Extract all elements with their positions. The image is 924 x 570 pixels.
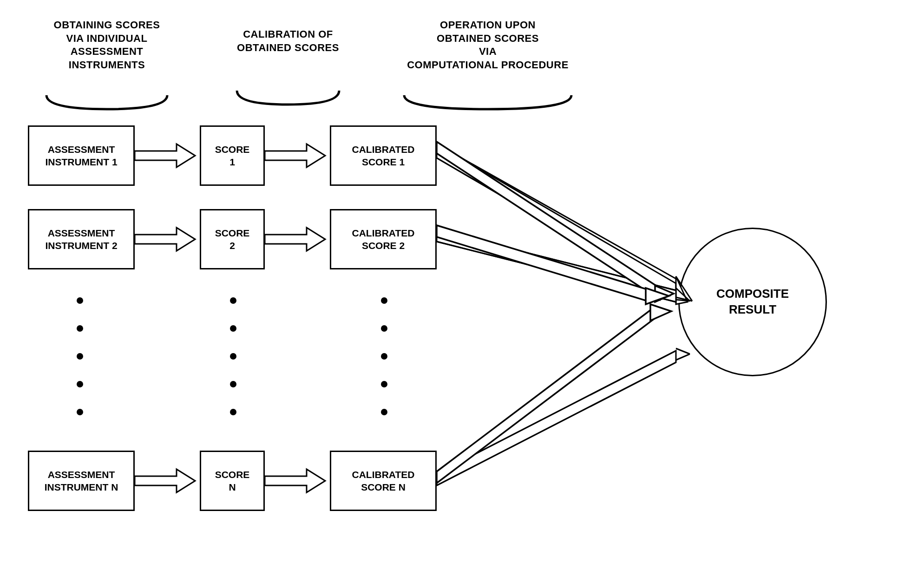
svg-marker-23 [437,142,660,300]
circle-composite: COMPOSITERESULT [678,228,827,376]
dot-col1-4 [77,381,83,387]
dot-col1-5 [77,409,83,415]
dot-col3-4 [381,381,387,387]
dot-col2-1 [230,297,236,304]
svg-marker-1 [265,144,325,167]
box-s1: SCORE1 [200,125,265,186]
svg-marker-24 [655,286,674,302]
svg-line-22 [676,354,690,360]
arrow-ai1-s1 [135,142,200,170]
diagram: OBTAINING SCORESVIA INDIVIDUALASSESSMENT… [0,0,924,570]
svg-marker-25 [437,225,650,302]
box-ai1: ASSESSMENTINSTRUMENT 1 [28,125,135,186]
box-s2: SCORE2 [200,209,265,269]
svg-marker-3 [265,228,325,251]
svg-marker-2 [135,228,195,251]
svg-line-10 [437,158,676,297]
svg-marker-7 [437,144,676,297]
svg-line-14 [437,230,676,290]
brace-col1 [42,91,172,114]
header-col2: CALIBRATION OFOBTAINED SCORES [232,28,344,54]
brace-col2 [232,86,344,109]
dot-col2-5 [230,409,236,415]
header-col1: OBTAINING SCORESVIA INDIVIDUALASSESSMENT… [42,19,172,72]
svg-line-20 [437,362,676,485]
dot-col3-2 [381,325,387,332]
arrow-sn-csn [265,467,330,495]
svg-marker-5 [265,469,325,492]
box-cs2: CALIBRATEDSCORE 2 [330,209,437,269]
svg-line-21 [676,348,690,354]
svg-marker-13 [437,230,676,302]
svg-line-9 [437,144,676,279]
dot-col1-2 [77,325,83,332]
dot-col1-1 [77,297,83,304]
svg-line-15 [437,242,676,302]
dot-col3-3 [381,353,387,360]
svg-marker-18 [437,351,676,485]
dot-col3-5 [381,409,387,415]
svg-marker-28 [650,304,671,321]
arrow-ai2-s2 [135,225,200,253]
svg-marker-26 [646,288,669,304]
svg-marker-27 [437,307,655,483]
dot-col1-3 [77,353,83,360]
brace-col3 [400,91,576,114]
box-sn: SCOREN [200,451,265,511]
dot-col2-4 [230,381,236,387]
box-cs1: CALIBRATEDSCORE 1 [330,125,437,186]
box-ai2: ASSESSMENTINSTRUMENT 2 [28,209,135,269]
dot-col2-2 [230,325,236,332]
box-ain: ASSESSMENTINSTRUMENT N [28,451,135,511]
header-col3: OPERATION UPONOBTAINED SCORESVIACOMPUTAT… [400,19,576,72]
dot-col3-1 [381,297,387,304]
dot-col2-3 [230,353,236,360]
arrow-s1-cs1 [265,142,330,170]
svg-marker-0 [135,144,195,167]
svg-line-19 [437,351,676,474]
arrow-ain-sn [135,467,200,495]
arrow-s2-cs2 [265,225,330,253]
box-csn: CALIBRATEDSCORE N [330,451,437,511]
svg-marker-4 [135,469,195,492]
